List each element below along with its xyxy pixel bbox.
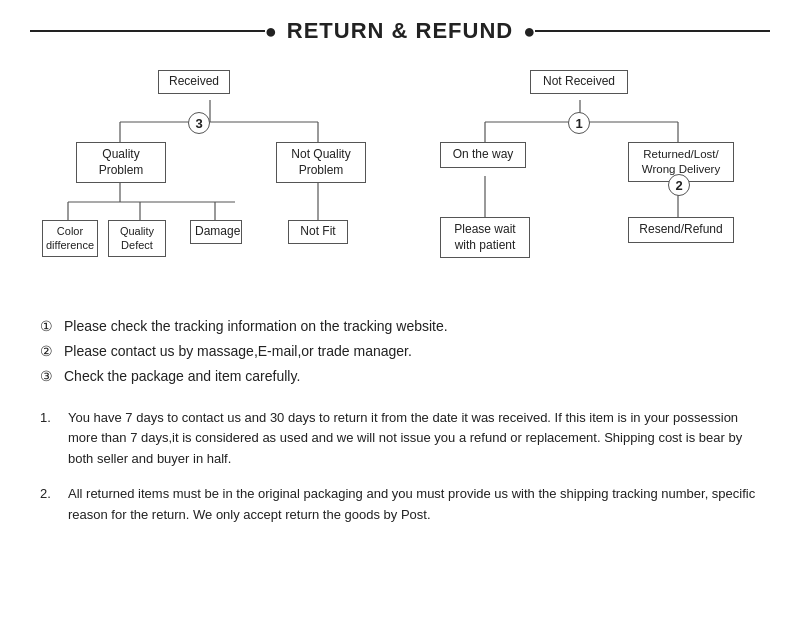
please-wait-label: Please waitwith patient (440, 217, 530, 258)
badge-1: 1 (568, 112, 590, 134)
flow-right: Not Received 1 On the way Returned/Lost/… (420, 62, 760, 292)
quality-problem-box: QualityProblem (76, 142, 166, 183)
instructions-section: ① Please check the tracking information … (40, 314, 760, 390)
on-the-way-label: On the way (440, 142, 526, 168)
quality-problem-label: QualityProblem (76, 142, 166, 183)
inst-text-3: Check the package and item carefully. (64, 364, 300, 389)
title-bullet-left: ● (265, 20, 277, 43)
title-line-right (535, 30, 770, 32)
rule-2: 2. All returned items must be in the ori… (40, 484, 760, 526)
quality-defect-label: Quality Defect (108, 220, 166, 257)
damage-box: Damage (190, 220, 242, 244)
quality-defect-box: Quality Defect (108, 220, 166, 257)
badge2-container: 2 (668, 174, 690, 196)
damage-label: Damage (190, 220, 242, 244)
page-title: RETURN & REFUND (277, 18, 523, 44)
instruction-1: ① Please check the tracking information … (40, 314, 760, 339)
rule-1: 1. You have 7 days to contact us and 30 … (40, 408, 760, 470)
please-wait-box: Please waitwith patient (440, 217, 530, 258)
not-received-label: Not Received (530, 70, 628, 94)
flow-right-container: Not Received 1 On the way Returned/Lost/… (420, 62, 760, 292)
rules-section: 1. You have 7 days to contact us and 30 … (40, 408, 760, 526)
not-quality-problem-box: Not QualityProblem (276, 142, 366, 183)
resend-refund-label: Resend/Refund (628, 217, 734, 243)
inst-text-1: Please check the tracking information on… (64, 314, 448, 339)
inst-num-2: ② (40, 339, 60, 364)
on-the-way-box: On the way (440, 142, 526, 168)
rule-text-1: You have 7 days to contact us and 30 day… (68, 408, 760, 470)
flow-left: Received 3 QualityProblem Not QualityPro… (40, 62, 400, 292)
color-difference-label: Color difference (42, 220, 98, 257)
title-bullet-right: ● (523, 20, 535, 43)
not-quality-problem-label: Not QualityProblem (276, 142, 366, 183)
not-fit-box: Not Fit (288, 220, 348, 244)
inst-text-2: Please contact us by massage,E-mail,or t… (64, 339, 412, 364)
flow-left-container: Received 3 QualityProblem Not QualityPro… (40, 62, 400, 292)
rule-num-1: 1. (40, 408, 60, 470)
badge3-container: 3 (188, 112, 210, 134)
page-wrapper: ● RETURN & REFUND ● (0, 0, 800, 564)
flowchart-area: Received 3 QualityProblem Not QualityPro… (30, 62, 770, 292)
instruction-3: ③ Check the package and item carefully. (40, 364, 760, 389)
received-label: Received (158, 70, 230, 94)
color-difference-box: Color difference (42, 220, 98, 257)
received-box: Received (158, 70, 230, 94)
badge1-container: 1 (568, 112, 590, 134)
not-fit-label: Not Fit (288, 220, 348, 244)
inst-num-3: ③ (40, 364, 60, 389)
rule-text-2: All returned items must be in the origin… (68, 484, 760, 526)
badge-3: 3 (188, 112, 210, 134)
rule-num-2: 2. (40, 484, 60, 526)
badge-2: 2 (668, 174, 690, 196)
not-received-box: Not Received (530, 70, 628, 94)
title-line-left (30, 30, 265, 32)
resend-refund-box: Resend/Refund (628, 217, 734, 243)
inst-num-1: ① (40, 314, 60, 339)
title-row: ● RETURN & REFUND ● (30, 18, 770, 44)
instruction-2: ② Please contact us by massage,E-mail,or… (40, 339, 760, 364)
